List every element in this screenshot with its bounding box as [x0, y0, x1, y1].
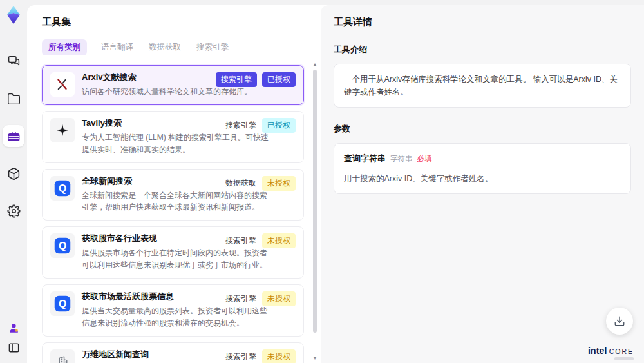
category-badge: 搜索引擎	[225, 349, 257, 363]
intel-core-logo: intel CORE	[588, 346, 634, 356]
qnews-blue-icon: Q	[50, 176, 75, 201]
intro-heading: 工具介绍	[334, 44, 631, 55]
intro-box: 一个用于从Arxiv存储库搜索科学论文和文章的工具。 输入可以是Arxiv ID…	[334, 64, 631, 108]
status-badge: 未授权	[262, 176, 296, 191]
param-name: 查询字符串	[344, 152, 386, 166]
tool-detail-panel: 工具详情 工具介绍 一个用于从Arxiv存储库搜索科学论文和文章的工具。 输入可…	[321, 5, 644, 363]
intro-text: 一个用于从Arxiv存储库搜索科学论文和文章的工具。 输入可以是Arxiv ID…	[344, 75, 618, 97]
tool-description: 提供当天交易量最高的股票列表。投资者可以利用这些信息来识别流动性强的股票和潜在的…	[82, 305, 274, 329]
tool-description: 提供股票市场各个行业在特定时间段内的表现。投资者可以利用这些信息来识别表现优于或…	[82, 247, 274, 271]
page-title: 工具集	[42, 16, 310, 28]
tool-card[interactable]: 万维地区新闻查询查询具体行政区划内的新闻，快速了解各地新闻动搜索引擎未授权	[42, 342, 304, 363]
svg-text:Q: Q	[59, 299, 66, 309]
brand-subtext	[614, 357, 634, 360]
status-badge: 未授权	[262, 233, 296, 248]
category-badge: 数据获取	[225, 176, 257, 191]
tool-card[interactable]: Q获取市场最活跃股票信息提供当天交易量最高的股票列表。投资者可以利用这些信息来识…	[42, 284, 304, 337]
status-badge: 未授权	[262, 291, 296, 306]
scroll-up-icon[interactable]: ▲	[312, 62, 317, 66]
tab-category-3[interactable]: 搜索引擎	[195, 39, 230, 55]
tab-category-0[interactable]: 所有类别	[42, 39, 87, 55]
status-badge: 已授权	[262, 72, 296, 87]
brand-secondary: CORE	[609, 348, 634, 355]
tool-description: 访问各个研究领域大量科学论文和文章的存储库。	[82, 86, 252, 98]
tool-card[interactable]: Tavily搜索专为人工智能代理 (LLM) 构建的搜索引擎工具。可快速提供实时…	[42, 111, 304, 163]
category-tabs: 所有类别语言翻译数据获取搜索引擎	[42, 39, 310, 55]
qnews-blue-icon: Q	[50, 291, 75, 316]
user-icon[interactable]	[8, 322, 20, 334]
param-description: 用于搜索的Arxiv ID、关键字或作者姓名。	[344, 172, 621, 185]
scrollbar[interactable]: ▲ ▼	[312, 62, 317, 360]
category-badge: 搜索引擎	[216, 72, 257, 87]
tools-panel: 工具集 所有类别语言翻译数据获取搜索引擎 Arxiv文献搜索访问各个研究领域大量…	[27, 5, 321, 363]
status-badge: 未授权	[262, 349, 296, 363]
download-icon	[614, 315, 625, 327]
scrollbar-thumb[interactable]	[313, 70, 317, 333]
tool-description: 专为人工智能代理 (LLM) 构建的搜索引擎工具。可快速提供实时、准确和真实的结…	[82, 132, 274, 156]
tavily-icon	[50, 118, 75, 142]
download-button[interactable]	[606, 308, 633, 335]
folder-icon[interactable]	[3, 88, 24, 110]
briefcase-icon[interactable]	[3, 125, 24, 147]
qnews-blue-icon: Q	[50, 233, 75, 258]
package-icon[interactable]	[3, 162, 24, 184]
tool-description: 全球新闻搜索是一个聚合全球各大新闻网站内容的搜索引擎，帮助用户快速获取全球最新资…	[82, 190, 274, 214]
brand-primary: intel	[588, 346, 607, 356]
category-badge: 搜索引擎	[225, 118, 257, 133]
svg-text:Q: Q	[59, 240, 66, 251]
main-content: 工具集 所有类别语言翻译数据获取搜索引擎 Arxiv文献搜索访问各个研究领域大量…	[27, 5, 644, 363]
param-required-badge: 必填	[417, 153, 432, 164]
params-heading: 参数	[334, 123, 631, 135]
tab-category-1[interactable]: 语言翻译	[100, 39, 135, 55]
tool-card[interactable]: Q获取股市各行业表现提供股票市场各个行业在特定时间段内的表现。投资者可以利用这些…	[42, 226, 304, 279]
param-type: 字符串	[390, 153, 413, 164]
arxiv-icon	[50, 72, 75, 97]
tools-list: Arxiv文献搜索访问各个研究领域大量科学论文和文章的存储库。搜索引擎已授权Ta…	[42, 65, 310, 363]
category-badge: 搜索引擎	[225, 233, 257, 248]
category-badge: 搜索引擎	[225, 291, 257, 306]
status-badge: 已授权	[262, 118, 296, 133]
sidebar-rail	[0, 0, 27, 363]
param-box: 查询字符串 字符串 必填 用于搜索的Arxiv ID、关键字或作者姓名。	[334, 143, 631, 194]
settings-icon[interactable]	[3, 200, 24, 222]
detail-title: 工具详情	[334, 16, 631, 28]
building-icon	[50, 349, 75, 363]
scroll-down-icon[interactable]: ▼	[312, 356, 317, 360]
panel-toggle-icon[interactable]	[8, 342, 20, 354]
app-logo[interactable]	[4, 5, 23, 25]
tool-card[interactable]: Q全球新闻搜索全球新闻搜索是一个聚合全球各大新闻网站内容的搜索引擎，帮助用户快速…	[42, 169, 304, 221]
chat-icon[interactable]	[3, 50, 24, 72]
tab-category-2[interactable]: 数据获取	[147, 39, 182, 55]
tool-card[interactable]: Arxiv文献搜索访问各个研究领域大量科学论文和文章的存储库。搜索引擎已授权	[42, 65, 304, 105]
svg-text:Q: Q	[59, 182, 66, 193]
